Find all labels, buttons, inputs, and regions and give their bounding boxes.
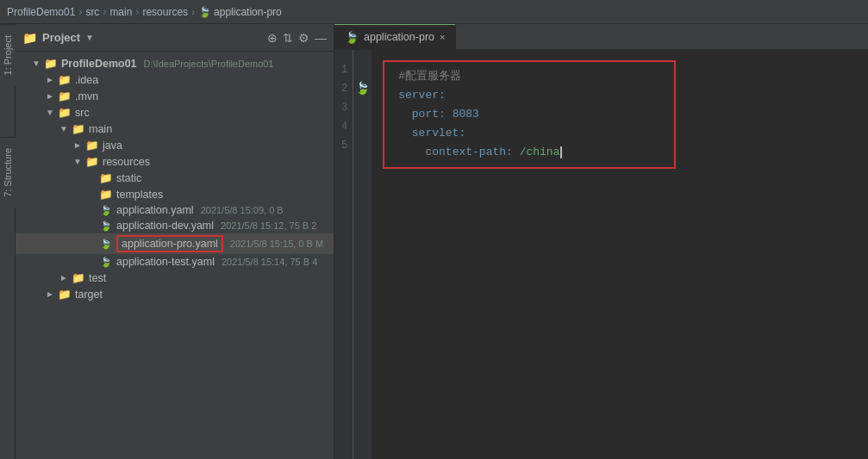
line-num-3: 3 [341,98,347,117]
code-line-5: context-path: /china [398,143,660,162]
yaml-icon: 🍃 [98,239,114,250]
tree-item-resources[interactable]: ▼ 📁 resources [16,153,334,170]
tree-label: ProfileDemo01 [61,58,137,70]
tree-item-idea[interactable]: ► 📁 .idea [16,71,334,88]
sort-icon[interactable]: ⇅ [283,31,293,45]
sidebar-tab-project[interactable]: 1: Project [0,24,16,85]
tree-label: target [75,288,103,301]
panel-actions: ⊕ ⇅ ⚙ — [267,31,327,45]
tree-label: .idea [75,74,98,86]
arrow-icon: ▼ [57,124,71,133]
line-num-1: 1 [341,60,347,79]
main-area: 1: Project 7: Structure 📁 Project ▼ ⊕ ⇅ … [0,24,868,459]
arrow-icon: ► [43,75,57,84]
arrow-icon: ▼ [71,157,84,166]
panel-header: 📁 Project ▼ ⊕ ⇅ ⚙ — [16,24,334,52]
gutter-row-1 [353,60,372,79]
tree-item-src[interactable]: ▼ 📁 src [16,104,334,121]
tree-item-app-dev-yaml[interactable]: ► 🍃 application-dev.yaml 2021/5/8 15:12,… [16,218,334,233]
tab-label: application-pro [364,31,434,43]
panel-title-text: Project [42,31,80,44]
file-tree: ▼ 📁 ProfileDemo01 D:\IdeaProjects\Profil… [16,52,334,459]
cursor [560,146,562,158]
arrow-icon: ► [43,91,57,101]
breadcrumb-part-5[interactable]: application-pro [214,6,282,18]
tab-file-icon: 🍃 [345,31,359,44]
folder-icon: 📁 [57,90,72,102]
gutter-row-4 [353,117,372,136]
panel-dropdown-icon[interactable]: ▼ [85,33,94,42]
tree-item-static[interactable]: ► 📁 static [16,170,334,186]
arrow-icon: ► [43,289,57,299]
folder-icon: 📁 [57,106,72,119]
editor-area: 🍃 application-pro × 1 2 3 4 5 [334,24,868,459]
panel-title: 📁 Project ▼ [22,31,267,45]
tree-meta: 2021/5/8 15:09, 0 B [201,205,284,215]
key-context: context-path: [425,146,519,158]
tree-item-main[interactable]: ▼ 📁 main [16,121,334,137]
line-num-5: 5 [341,136,347,155]
folder-icon: 📁 [98,171,114,184]
tree-item-test[interactable]: ► 📁 test [16,270,334,286]
editor-tabs: 🍃 application-pro × [334,24,868,50]
code-line-2: server: [398,86,660,105]
tree-item-java[interactable]: ► 📁 java [16,137,334,153]
yaml-icon: 🍃 [98,257,114,268]
folder-icon: 📁 [57,73,72,86]
tree-label: application-test.yaml [116,256,215,268]
folder-icon: 📁 [71,122,86,135]
tree-meta: D:\IdeaProjects\ProfileDemo01 [144,59,274,69]
locate-icon[interactable]: ⊕ [267,31,278,45]
code-highlight-box: #配置服务器 server: port: 8083 servlet: conte… [383,60,676,169]
tab-close-button[interactable]: × [440,32,445,42]
breadcrumb-part-2[interactable]: src [85,6,99,18]
key-server: server: [398,89,446,102]
line-numbers: 1 2 3 4 5 [334,50,353,459]
tree-item-app-pro-yaml[interactable]: ► 🍃 application-pro.yaml 2021/5/8 15:15,… [16,233,334,254]
code-content[interactable]: #配置服务器 server: port: 8083 servlet: conte… [372,50,868,459]
indent-text3 [398,146,425,158]
editor-tab-app-pro[interactable]: 🍃 application-pro × [334,24,456,49]
yaml-icon: 🍃 [98,220,114,232]
breadcrumb-part-3[interactable]: main [109,6,132,18]
folder-icon-orange: 📁 [57,288,72,301]
indent-text [398,108,412,121]
tree-label: application.yaml [116,204,194,216]
collapse-icon[interactable]: — [315,31,327,45]
tree-meta: 2021/5/8 15:14, 75 B 4 [222,257,317,267]
side-tabs: 1: Project 7: Structure [0,24,16,459]
breadcrumb: ProfileDemo01 › src › main › resources ›… [0,0,868,24]
line-num-2: 2 [341,79,347,98]
tree-item-mvn[interactable]: ► 📁 .mvn [16,88,334,104]
tree-label: application-dev.yaml [116,220,214,232]
indent-text2 [398,127,412,140]
panel-folder-icon: 📁 [22,31,37,45]
tree-item-templates[interactable]: ► 📁 templates [16,186,334,202]
code-line-4: servlet: [398,124,660,143]
breadcrumb-part-1[interactable]: ProfileDemo01 [7,6,75,18]
line-num-4: 4 [341,117,347,136]
tree-item-app-test-yaml[interactable]: ► 🍃 application-test.yaml 2021/5/8 15:14… [16,254,334,270]
breadcrumb-sep-2: › [103,6,106,18]
folder-icon: 📁 [98,188,114,201]
tree-item-target[interactable]: ► 📁 target [16,286,334,302]
gutter-area: 🍃 [353,50,372,459]
key-servlet: servlet: [412,127,465,140]
sidebar-tab-structure[interactable]: 7: Structure [0,137,16,208]
code-line-3: port: 8083 [398,105,660,124]
breadcrumb-sep-3: › [135,6,139,18]
tree-item-app-yaml[interactable]: ► 🍃 application.yaml 2021/5/8 15:09, 0 B [16,202,334,218]
gutter-row-2: 🍃 [353,79,372,98]
breadcrumb-sep-4: › [191,6,195,18]
folder-icon: 📁 [71,271,86,284]
settings-icon[interactable]: ⚙ [298,31,309,45]
tree-label: application-pro.yaml [116,235,223,252]
yaml-icon: 🍃 [98,205,114,216]
tree-item-root[interactable]: ▼ 📁 ProfileDemo01 D:\IdeaProjects\Profil… [16,55,334,71]
folder-icon: 📁 [84,139,100,152]
breadcrumb-part-4[interactable]: resources [142,6,188,18]
val-context: /china [520,146,560,158]
arrow-icon: ► [71,140,84,150]
tree-meta: 2021/5/8 15:15, 0 B M [230,239,323,249]
folder-icon: 📁 [43,57,59,70]
